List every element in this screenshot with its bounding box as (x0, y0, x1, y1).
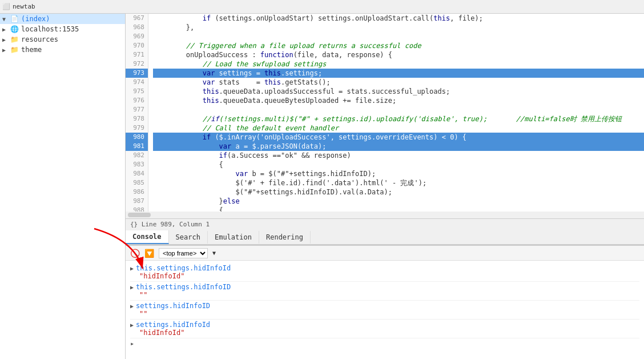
code-line-968[interactable]: }, (153, 23, 644, 32)
sidebar-icon-resources: 📁 (10, 35, 19, 43)
line-number-986: 986 (126, 188, 148, 197)
line-number-968: 968 (126, 23, 148, 32)
line-number-979: 979 (126, 123, 148, 133)
line-number-974: 974 (126, 78, 148, 87)
console-entry-3: ▶settings.hidInfoID"" (130, 301, 639, 320)
editor-area: 9679689699709719729739749759769779789799… (126, 14, 644, 359)
console-entry-value-3: "" (130, 310, 639, 318)
code-content[interactable]: if (settings.onUploadStart) settings.onU… (148, 14, 644, 212)
scrollbar-thumb[interactable] (128, 213, 151, 217)
line-number-970: 970 (126, 41, 148, 50)
line-number-981: 981 (126, 142, 148, 151)
top-bar-icon: ⬜ (2, 3, 10, 10)
code-line-975[interactable]: this.queueData.uploadsSuccessful = stats… (153, 87, 644, 96)
line-number-978: 978 (126, 114, 148, 123)
line-number-985: 985 (126, 178, 148, 188)
sidebar-label-localhost: localhost:1535 (21, 25, 79, 33)
console-entry-1: ▶this.settings.hidInfoId"hidInfoId" (130, 263, 639, 282)
code-line-978[interactable]: //if(!settings.multi)$("#" + settings.id… (153, 114, 644, 123)
console-entry-2: ▶this.settings.hidInfoID"" (130, 282, 639, 301)
line-numbers: 9679689699709719729739749759769779789799… (126, 14, 148, 212)
sidebar-arrow-theme: ▶ (2, 47, 10, 53)
console-entry-header-2[interactable]: ▶this.settings.hidInfoID (130, 283, 639, 291)
sidebar-label-theme: theme (21, 46, 42, 54)
console-entry-header-4[interactable]: ▶settings.hidInfoId (130, 321, 639, 329)
status-bar: {} Line 989, Column 1 (126, 218, 644, 230)
line-number-969: 969 (126, 32, 148, 41)
console-entry-value-4: "hidInfoId" (130, 329, 639, 337)
sidebar: ▼ 📄 (index) ▶ 🌐 localhost:1535 ▶ 📁 resou… (0, 14, 126, 359)
clear-icon[interactable]: 🚫 (130, 249, 140, 258)
code-line-970[interactable]: // Triggered when a file upload returns … (153, 41, 644, 50)
console-panel: 🚫 🔽 <top frame> ▼ ▶this.settings.hidInfo… (126, 245, 644, 359)
sidebar-icon-index: 📄 (10, 15, 19, 23)
console-prompt[interactable]: ▸ (130, 338, 639, 349)
code-line-979[interactable]: // Call the default event handler (153, 123, 644, 133)
line-number-972: 972 (126, 59, 148, 69)
code-line-972[interactable]: // Load the swfupload settings (153, 59, 644, 69)
horizontal-scrollbar[interactable] (126, 212, 644, 218)
sidebar-arrow-localhost: ▶ (2, 26, 10, 33)
line-number-976: 976 (126, 96, 148, 105)
tab-console[interactable]: Console (126, 230, 169, 244)
sidebar-item-theme[interactable]: ▶ 📁 theme (0, 45, 125, 55)
frame-arrow-icon[interactable]: ▼ (212, 250, 216, 256)
frame-selector[interactable]: <top frame> (159, 248, 208, 258)
line-number-988: 988 (126, 206, 148, 212)
console-entry-header-3[interactable]: ▶settings.hidInfoID (130, 302, 639, 310)
line-number-977: 977 (126, 105, 148, 114)
code-line-976[interactable]: this.queueData.queueBytesUploaded += fil… (153, 96, 644, 105)
sidebar-arrow-index: ▼ (2, 16, 10, 22)
sidebar-icon-localhost: 🌐 (10, 25, 19, 33)
code-line-980[interactable]: if ($.inArray('onUploadSuccess', setting… (153, 133, 644, 142)
code-line-982[interactable]: if(a.Success =="ok" && response) (153, 151, 644, 160)
sidebar-label-index: (index) (21, 15, 50, 23)
top-bar: ⬜ newtab (0, 0, 644, 14)
line-number-973: 973 (126, 69, 148, 78)
sidebar-arrow-resources: ▶ (2, 37, 10, 43)
tab-search[interactable]: Search (169, 231, 208, 244)
tabs-bar: Console Search Emulation Rendering (126, 230, 644, 245)
code-line-988[interactable]: { (153, 206, 644, 212)
console-entry-4: ▶settings.hidInfoId"hidInfoId" (130, 320, 639, 338)
sidebar-label-resources: resources (21, 35, 58, 43)
sidebar-item-resources[interactable]: ▶ 📁 resources (0, 34, 125, 45)
status-text: {} Line 989, Column 1 (130, 221, 210, 228)
code-line-967[interactable]: if (settings.onUploadStart) settings.onU… (153, 14, 644, 23)
code-line-987[interactable]: }else (153, 197, 644, 206)
code-panel: 9679689699709719729739749759769779789799… (126, 14, 644, 212)
console-content: ▶this.settings.hidInfoId"hidInfoId"▶this… (126, 261, 644, 359)
top-bar-title: newtab (13, 3, 35, 10)
tab-emulation[interactable]: Emulation (208, 231, 259, 244)
code-line-986[interactable]: $("#"+settings.hidInfoID).val(a.Data); (153, 188, 644, 197)
line-number-983: 983 (126, 160, 148, 169)
console-entry-header-1[interactable]: ▶this.settings.hidInfoId (130, 264, 639, 272)
console-entry-value-1: "hidInfoId" (130, 272, 639, 280)
sidebar-icon-theme: 📁 (10, 46, 19, 54)
code-line-971[interactable]: onUploadSuccess : function(file, data, r… (153, 50, 644, 59)
main-layout: ▼ 📄 (index) ▶ 🌐 localhost:1535 ▶ 📁 resou… (0, 14, 644, 359)
console-entry-value-2: "" (130, 291, 639, 299)
code-line-974[interactable]: var stats = this.getStats(); (153, 78, 644, 87)
console-toolbar: 🚫 🔽 <top frame> ▼ (126, 246, 644, 261)
line-number-971: 971 (126, 50, 148, 59)
code-line-984[interactable]: var b = $("#"+settings.hidInfoID); (153, 169, 644, 178)
code-line-973[interactable]: var settings = this.settings; (153, 69, 644, 78)
code-line-981[interactable]: var a = $.parseJSON(data); (153, 142, 644, 151)
sidebar-item-localhost[interactable]: ▶ 🌐 localhost:1535 (0, 24, 125, 34)
code-line-977[interactable] (153, 105, 644, 114)
line-number-987: 987 (126, 197, 148, 206)
tab-rendering[interactable]: Rendering (259, 231, 311, 244)
line-number-982: 982 (126, 151, 148, 160)
filter-icon[interactable]: 🔽 (144, 249, 154, 258)
sidebar-item-index[interactable]: ▼ 📄 (index) (0, 14, 125, 24)
code-line-969[interactable] (153, 32, 644, 41)
line-number-980: 980 (126, 133, 148, 142)
line-number-975: 975 (126, 87, 148, 96)
line-number-984: 984 (126, 169, 148, 178)
code-line-985[interactable]: $('#' + file.id).find('.data').html(' - … (153, 178, 644, 188)
code-line-983[interactable]: { (153, 160, 644, 169)
line-number-967: 967 (126, 14, 148, 23)
